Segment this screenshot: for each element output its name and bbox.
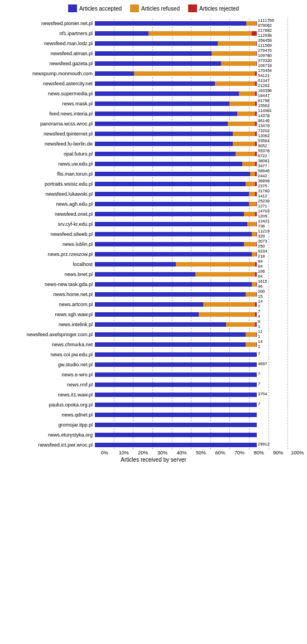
bar-label: news.bnet.pl xyxy=(0,272,95,277)
x-axis-tick: 10% xyxy=(114,450,134,456)
bar-values: 17045454121 xyxy=(258,69,272,78)
bar-row: newsfeed.gazeta.pl373320106718 xyxy=(0,59,307,68)
bars-area: 368982375 xyxy=(95,179,270,188)
bar-value-2: 9052 xyxy=(258,144,270,148)
bar-value-1: 7 xyxy=(258,352,260,356)
bar-values: 147 xyxy=(258,299,262,309)
x-axis-tick: 40% xyxy=(172,450,191,456)
bar-blue-segment xyxy=(95,292,246,297)
bar-label: news.uw.edu.pl xyxy=(0,161,95,167)
bar-value-2: 329 xyxy=(258,234,270,239)
bar-orange-segment xyxy=(246,292,256,297)
bar-blue-segment xyxy=(95,252,252,256)
bars-area: 12421736 xyxy=(95,219,270,229)
bar-value-2: 1271 xyxy=(258,204,270,209)
bar-red-segment xyxy=(255,272,257,277)
bars-area: 7320212062 xyxy=(95,129,270,138)
bar-red-segment xyxy=(255,322,257,327)
bar-blue-segment xyxy=(95,21,246,26)
bar-label: newspump.monmouth.com xyxy=(0,71,95,76)
bars-area: 7 xyxy=(95,382,260,386)
bar-blue-segment xyxy=(95,152,236,156)
bar-red-segment xyxy=(256,252,257,256)
bar-label: news.prz.rzeszow.pl xyxy=(0,251,95,257)
bar-row: newspump.monmouth.com17045454121 xyxy=(0,69,307,78)
bar-row: gw.studio.net.pl4697 xyxy=(0,360,307,369)
bar-row: news.coi.pw.edu.pl7 xyxy=(0,350,307,359)
bar-label: newsfeed.ict.pwr.wroc.pl xyxy=(0,442,95,448)
chart-container: Articles accepted Articles refused Artic… xyxy=(0,0,307,466)
bar-blue-segment xyxy=(95,142,233,146)
bar-orange-segment xyxy=(229,101,255,106)
bar-blue-segment xyxy=(95,443,257,447)
bars-area: 252301271 xyxy=(95,199,270,209)
bar-label: news.intelink.pl xyxy=(0,322,95,327)
bar-label: panorama.wcss.wroc.pl xyxy=(0,121,95,127)
bar-values: 8484 xyxy=(258,259,262,269)
bar-value-2: 7 xyxy=(258,304,262,309)
bars-area: 6134721262 xyxy=(95,79,270,88)
bar-row: newsfeed.axelspringer.com.pl111 xyxy=(0,330,307,339)
bar-value-2: 54121 xyxy=(258,74,272,78)
bar-orange-segment xyxy=(252,232,256,236)
bars-area: 91 xyxy=(95,319,260,329)
bar-value-2: 1 xyxy=(258,345,262,349)
bar-row: news.supermedia.pl16339618447 xyxy=(0,89,307,98)
bar-value-2: 736 xyxy=(258,224,270,229)
x-axis-tick: 20% xyxy=(133,450,153,456)
bar-orange-segment xyxy=(134,71,256,76)
bar-label: news.mask.pl xyxy=(0,101,95,106)
bar-blue-segment xyxy=(95,112,237,116)
bar-blue-segment xyxy=(95,182,246,186)
bar-row: news.mask.pl8179815562 xyxy=(0,99,307,108)
bar-values: 589462442 xyxy=(258,169,270,178)
bar-values: 358459111569 xyxy=(258,38,272,48)
bar-value-2: 84 xyxy=(258,264,262,269)
bars-area: 3754 xyxy=(95,392,267,396)
bar-label: newsfeed.man.lodz.pl xyxy=(0,41,95,46)
bar-label: news.artcom.pl xyxy=(0,302,95,307)
bar-orange-segment xyxy=(199,312,256,317)
bar-blue-segment xyxy=(95,362,257,367)
bar-orange-segment xyxy=(218,41,256,46)
bar-value-2: 15 xyxy=(258,294,265,299)
bar-value-2: 1209 xyxy=(258,214,270,219)
legend-accepted: Articles accepted xyxy=(68,4,122,12)
bar-blue-segment xyxy=(95,91,239,96)
bar-value-2: 18447 xyxy=(258,94,272,98)
bar-orange-segment xyxy=(215,81,256,86)
x-axis-tick: 50% xyxy=(191,450,211,456)
bar-value-1: 7 xyxy=(258,402,260,406)
bar-blue-segment xyxy=(95,202,249,206)
bar-value-2: 109780 xyxy=(258,54,272,58)
bar-row: nf1.ipartners.pl217882112938 xyxy=(0,28,307,38)
bar-value-2: 218 xyxy=(258,254,267,259)
bars-area: 7 xyxy=(95,372,260,376)
bars-area: 4697 xyxy=(95,362,267,366)
bar-values: 10664 xyxy=(258,269,265,279)
bar-row: newsfeed.lukawski.pl317801412 xyxy=(0,189,307,198)
bar-value-2: 13470 xyxy=(258,124,270,128)
bar-value-2: 106718 xyxy=(258,64,272,68)
bar-blue-segment xyxy=(95,51,212,56)
bar-orange-segment xyxy=(237,112,255,116)
bar-red-segment xyxy=(256,332,257,337)
bar-row: panorama.wcss.wroc.pl8614613470 xyxy=(0,119,307,128)
bar-orange-segment xyxy=(239,91,255,96)
bar-blue-segment xyxy=(95,433,257,437)
bar-value-2: 111569 xyxy=(258,43,272,48)
bar-red-segment xyxy=(256,51,257,56)
bar-label: feed.news.interia.pl xyxy=(0,111,95,117)
bar-values: 8614613470 xyxy=(258,119,270,128)
bar-orange-segment xyxy=(233,132,256,136)
bar-values: 7 xyxy=(258,352,260,356)
bar-row: news.agh.edu.pl252301271 xyxy=(0,199,307,209)
bar-values: 553786722 xyxy=(258,149,270,158)
bar-label: news.rmf.pl xyxy=(0,382,95,388)
bar-orange-segment xyxy=(148,31,252,36)
bar-label: news.agh.edu.pl xyxy=(0,201,95,207)
bar-row: newsfeed.ict.pwr.wroc.pl29912 xyxy=(0,440,307,449)
bar-orange-segment xyxy=(249,202,256,206)
bar-values: 7 xyxy=(258,372,260,376)
bar-label: news.it1.waw.pl xyxy=(0,392,95,398)
